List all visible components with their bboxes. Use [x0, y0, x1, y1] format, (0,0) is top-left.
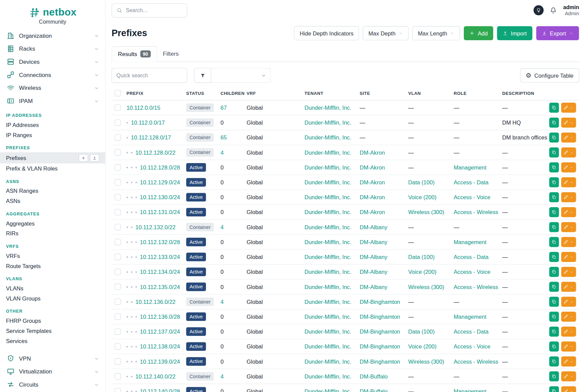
row-checkbox[interactable]	[114, 373, 121, 380]
edit-button[interactable]	[561, 357, 576, 367]
row-checkbox[interactable]	[114, 149, 121, 156]
sidebar-item-rirs[interactable]: RIRs	[0, 228, 105, 238]
row-checkbox[interactable]	[114, 329, 121, 335]
sidebar-item-racks[interactable]: Racks	[0, 42, 105, 55]
row-checkbox[interactable]	[114, 254, 121, 260]
edit-button[interactable]	[561, 267, 576, 277]
row-checkbox[interactable]	[114, 179, 121, 186]
sidebar-item-asns[interactable]: ASNs	[0, 196, 105, 206]
sidebar-item-devices[interactable]: Devices	[0, 55, 105, 69]
clone-button[interactable]	[549, 222, 559, 232]
sidebar-item-virtualization[interactable]: Virtualization	[0, 365, 105, 378]
sidebar-item-vlans[interactable]: VLANs	[0, 283, 105, 293]
row-checkbox[interactable]	[114, 343, 121, 350]
edit-button[interactable]	[561, 386, 576, 392]
row-checkbox[interactable]	[114, 164, 121, 171]
edit-button[interactable]	[561, 177, 576, 187]
clone-button[interactable]	[549, 252, 559, 262]
prefix-link[interactable]: 10.112.139.0/24	[140, 358, 180, 365]
user-menu[interactable]: admin Admin	[563, 4, 579, 17]
sidebar-item-organization[interactable]: Organization	[0, 29, 105, 42]
prefix-link[interactable]: 10.112.128.0/17	[131, 134, 171, 141]
row-checkbox[interactable]	[114, 120, 121, 126]
sidebar-item-service-templates[interactable]: Service Templates	[0, 326, 105, 336]
prefix-link[interactable]: 10.112.0.0/15	[127, 104, 160, 111]
configure-table-button[interactable]: ⚙ Configure Table	[520, 68, 579, 82]
row-checkbox[interactable]	[114, 284, 121, 290]
sidebar-item-vlan-groups[interactable]: VLAN Groups	[0, 293, 105, 304]
max-length-dropdown[interactable]: Max Length	[412, 26, 460, 40]
children-count[interactable]: 4	[220, 224, 223, 230]
prefix-link[interactable]: 10.112.140.0/22	[135, 373, 176, 380]
tab-results[interactable]: Results 90	[111, 46, 157, 62]
edit-button[interactable]	[561, 252, 576, 262]
prefix-link[interactable]: 10.112.133.0/24	[140, 254, 180, 260]
saved-filter-select[interactable]	[211, 68, 271, 83]
edit-button[interactable]	[561, 297, 576, 307]
clone-button[interactable]	[549, 371, 559, 382]
filter-button[interactable]	[194, 68, 211, 83]
notifications-button[interactable]	[549, 6, 557, 15]
column-header-status[interactable]: STATUS	[183, 86, 218, 100]
edit-button[interactable]	[561, 312, 576, 322]
prefix-link[interactable]: 10.112.129.0/24	[140, 179, 180, 186]
sidebar-item-prefix-vlan-roles[interactable]: Prefix & VLAN Roles	[0, 163, 105, 174]
sidebar-item-circuits[interactable]: Circuits	[0, 378, 105, 391]
clone-button[interactable]	[549, 117, 559, 128]
clone-button[interactable]	[549, 297, 559, 307]
row-checkbox[interactable]	[114, 358, 121, 365]
clone-button[interactable]	[549, 103, 559, 113]
prefix-link[interactable]: 10.112.136.0/22	[135, 298, 176, 305]
sidebar-item-ip-ranges[interactable]: IP Ranges	[0, 130, 105, 140]
sidebar-item-route-targets[interactable]: Route Targets	[0, 261, 105, 271]
edit-button[interactable]	[561, 132, 576, 142]
sidebar-item-services[interactable]: Services	[0, 336, 105, 346]
prefix-link[interactable]: 10.112.136.0/28	[140, 313, 180, 320]
row-checkbox[interactable]	[114, 224, 121, 230]
clone-button[interactable]	[549, 267, 559, 277]
sidebar-item-asn-ranges[interactable]: ASN Ranges	[0, 186, 105, 196]
edit-button[interactable]	[561, 192, 576, 202]
sidebar-item-wireless[interactable]: Wireless	[0, 81, 105, 95]
clone-button[interactable]	[549, 192, 559, 202]
column-header-description[interactable]: DESCRIPTION	[499, 86, 546, 100]
sidebar-item-fhrp-groups[interactable]: FHRP Groups	[0, 316, 105, 326]
row-checkbox[interactable]	[114, 313, 121, 320]
edit-button[interactable]	[561, 162, 576, 173]
add-button[interactable]: Add	[464, 26, 493, 40]
edit-button[interactable]	[561, 371, 576, 382]
row-checkbox[interactable]	[114, 298, 121, 305]
sidebar-item-ipam[interactable]: IPAM	[0, 95, 105, 108]
clone-button[interactable]	[549, 162, 559, 173]
clone-button[interactable]	[549, 312, 559, 322]
import-button[interactable]: Import	[497, 26, 532, 40]
column-header-children[interactable]: CHILDREN	[217, 86, 243, 100]
column-header-tenant[interactable]: TENANT	[301, 86, 357, 100]
edit-button[interactable]	[561, 326, 576, 337]
children-count[interactable]: 67	[220, 104, 227, 111]
clone-button[interactable]	[549, 132, 559, 142]
edit-button[interactable]	[561, 341, 576, 351]
clone-button[interactable]	[549, 177, 559, 187]
children-count[interactable]: 65	[220, 134, 227, 141]
max-depth-dropdown[interactable]: Max Depth	[363, 26, 408, 40]
column-header-vrf[interactable]: VRF	[244, 86, 301, 100]
row-checkbox[interactable]	[114, 388, 121, 392]
edit-button[interactable]	[561, 103, 576, 113]
prefix-link[interactable]: 10.112.137.0/24	[140, 329, 180, 335]
sidebar-item-aggregates[interactable]: Aggregates	[0, 218, 105, 229]
prefix-link[interactable]: 10.112.131.0/24	[140, 209, 180, 215]
row-checkbox[interactable]	[114, 209, 121, 215]
hide-depth-indicators-button[interactable]: Hide Depth Indicators	[294, 26, 359, 40]
edit-button[interactable]	[561, 117, 576, 128]
prefix-link[interactable]: 10.112.140.0/28	[140, 388, 180, 392]
clone-button[interactable]	[549, 357, 559, 367]
column-header-vlan[interactable]: VLAN	[405, 86, 451, 100]
row-checkbox[interactable]	[114, 239, 121, 245]
prefix-link[interactable]: 10.112.128.0/28	[140, 164, 180, 171]
row-checkbox[interactable]	[114, 269, 121, 275]
theme-toggle-button[interactable]	[534, 5, 544, 16]
prefix-link[interactable]: 10.112.132.0/28	[140, 239, 180, 245]
prefixes-quick-add-button[interactable]	[79, 154, 88, 161]
sidebar-item-connections[interactable]: Connections	[0, 68, 105, 81]
